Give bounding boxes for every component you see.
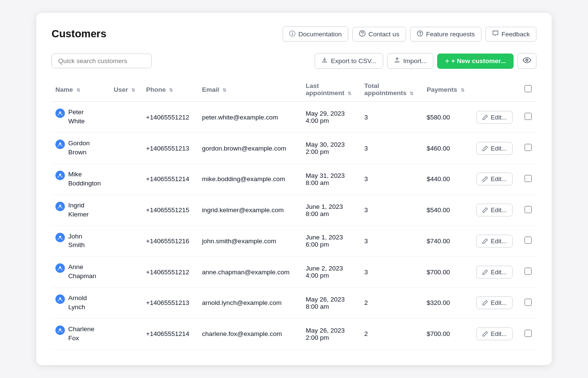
cell-total-appointments: 3	[360, 226, 423, 257]
import-button[interactable]: Import...	[387, 53, 434, 69]
avatar	[55, 233, 65, 242]
cell-edit: Edit...	[472, 133, 521, 164]
svg-point-14	[59, 328, 61, 330]
edit-button[interactable]: Edit...	[476, 204, 512, 216]
feedback-button[interactable]: Feedback	[485, 27, 536, 42]
cell-last-appointment: June 2, 20234:00 pm	[302, 257, 360, 288]
sort-arrows-user: ⇅	[131, 87, 135, 93]
search-input[interactable]	[52, 54, 152, 68]
cell-email: anne.chapman@example.com	[198, 257, 302, 288]
cell-name: ArnoldLynch	[52, 288, 110, 319]
edit-button[interactable]: Edit...	[476, 111, 512, 124]
cell-phone: +14065551214	[142, 318, 198, 349]
table-row: MikeBoddington +14065551214 mike.bodding…	[52, 163, 536, 194]
col-total-appointments[interactable]: Totalappointments ⇅	[360, 77, 423, 102]
row-checkbox[interactable]	[525, 206, 532, 213]
cell-select	[521, 288, 536, 319]
row-checkbox[interactable]	[525, 113, 532, 120]
documentation-button[interactable]: ⓘ Documentation	[283, 26, 348, 42]
contact-us-button[interactable]: Contact us	[352, 27, 406, 42]
row-checkbox[interactable]	[525, 175, 532, 182]
svg-rect-5	[394, 62, 399, 63]
cell-total-appointments: 3	[360, 102, 423, 133]
sort-arrows-last-appt: ⇅	[347, 91, 351, 96]
svg-point-0	[359, 31, 365, 36]
edit-icon	[482, 269, 488, 275]
edit-icon	[482, 207, 488, 213]
row-checkbox[interactable]	[525, 330, 532, 337]
cell-name: MikeBoddington	[52, 163, 110, 194]
svg-point-9	[59, 173, 61, 175]
cell-last-appointment: May 26, 20232:00 pm	[302, 318, 360, 349]
cell-select	[521, 194, 536, 226]
edit-icon	[482, 238, 488, 244]
avatar	[55, 108, 65, 118]
table-row: AnneChapman +14065551212 anne.chapman@ex…	[52, 257, 536, 288]
cell-email: peter.white@example.com	[198, 102, 302, 133]
col-email[interactable]: Email ⇅	[198, 77, 302, 102]
cell-last-appointment: May 26, 20238:00 am	[302, 288, 360, 319]
cell-name: GordonBrown	[52, 133, 110, 164]
cell-payments: $700.00	[423, 318, 472, 349]
cell-email: arnold.lynch@example.com	[198, 288, 302, 319]
edit-button[interactable]: Edit...	[476, 296, 512, 309]
export-csv-button[interactable]: Export to CSV...	[315, 53, 383, 69]
cell-phone: +14065551212	[142, 102, 198, 133]
edit-icon	[482, 300, 488, 306]
edit-icon	[482, 176, 488, 182]
col-phone[interactable]: Phone ⇅	[142, 77, 198, 102]
svg-point-13	[59, 297, 61, 299]
cell-email: ingrid.kelmer@example.com	[198, 194, 302, 226]
cell-select	[521, 257, 536, 288]
cell-user	[110, 257, 142, 288]
table-row: JohnSmith +14065551216 john.smith@exampl…	[52, 226, 536, 257]
feature-requests-button[interactable]: Feature requests	[410, 27, 482, 42]
row-checkbox[interactable]	[525, 237, 532, 244]
col-user[interactable]: User ⇅	[110, 77, 142, 102]
cell-total-appointments: 3	[360, 194, 423, 226]
row-checkbox[interactable]	[525, 268, 532, 275]
visibility-button[interactable]	[517, 53, 536, 69]
col-last-appointment[interactable]: Lastappointment ⇅	[302, 77, 360, 102]
cell-name: IngridKlemer	[52, 194, 110, 226]
edit-button[interactable]: Edit...	[476, 327, 512, 340]
documentation-icon: ⓘ	[289, 30, 295, 38]
edit-button[interactable]: Edit...	[476, 266, 512, 279]
edit-button[interactable]: Edit...	[476, 173, 512, 185]
cell-last-appointment: May 29, 20234:00 pm	[302, 102, 360, 133]
col-actions	[472, 77, 521, 102]
col-select-all[interactable]	[521, 77, 536, 102]
cell-last-appointment: May 31, 20238:00 am	[302, 163, 360, 194]
cell-total-appointments: 3	[360, 163, 423, 194]
avatar	[55, 171, 65, 180]
row-checkbox[interactable]	[525, 299, 532, 306]
svg-point-1	[362, 35, 362, 35]
cell-select	[521, 318, 536, 349]
cell-user	[110, 226, 142, 257]
col-name[interactable]: Name ⇅	[52, 77, 110, 102]
customers-table: Name ⇅ User ⇅ Phone ⇅ Email	[52, 77, 536, 349]
col-payments[interactable]: Payments ⇅	[423, 77, 472, 102]
cell-user	[110, 163, 142, 194]
svg-point-12	[59, 267, 61, 269]
new-customer-button[interactable]: + + New customer...	[437, 54, 514, 69]
feature-icon	[417, 30, 423, 38]
cell-user	[110, 194, 142, 226]
row-checkbox[interactable]	[525, 144, 532, 151]
customers-table-wrap: Name ⇅ User ⇅ Phone ⇅ Email	[52, 77, 536, 349]
cell-payments: $740.00	[423, 226, 472, 257]
table-row: IngridKlemer +14065551215 ingrid.kelmer@…	[52, 194, 536, 226]
svg-point-7	[59, 112, 61, 114]
edit-button[interactable]: Edit...	[476, 142, 512, 155]
edit-button[interactable]: Edit...	[476, 235, 512, 248]
cell-phone: +14065551213	[142, 288, 198, 319]
cell-payments: $440.00	[423, 163, 472, 194]
edit-icon	[482, 145, 488, 151]
cell-select	[521, 102, 536, 133]
select-all-checkbox[interactable]	[525, 85, 532, 92]
sort-arrows-email: ⇅	[222, 87, 226, 93]
cell-phone: +14065551216	[142, 226, 198, 257]
svg-point-2	[417, 31, 422, 36]
sort-arrows-name: ⇅	[76, 87, 80, 93]
edit-icon	[482, 114, 488, 120]
